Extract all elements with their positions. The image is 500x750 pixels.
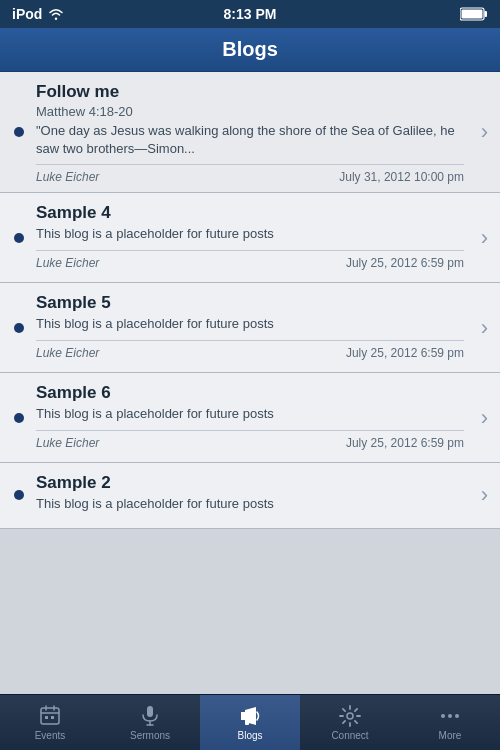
microphone-icon — [138, 704, 162, 728]
svg-marker-13 — [241, 712, 245, 720]
gear-icon — [338, 704, 362, 728]
svg-rect-10 — [147, 706, 153, 717]
tab-connect-label: Connect — [331, 730, 368, 741]
page-title: Blogs — [222, 38, 278, 61]
tab-sermons[interactable]: Sermons — [100, 695, 200, 750]
tab-blogs-label: Blogs — [237, 730, 262, 741]
blog-scripture: Matthew 4:18-20 — [36, 104, 464, 119]
tab-events[interactable]: Events — [0, 695, 100, 750]
carrier-label: iPod — [12, 6, 42, 22]
svg-rect-8 — [45, 716, 48, 719]
wifi-icon — [48, 8, 64, 20]
tab-events-label: Events — [35, 730, 66, 741]
svg-point-16 — [347, 713, 353, 719]
status-time: 8:13 PM — [224, 6, 277, 22]
tab-blogs[interactable]: Blogs — [200, 695, 300, 750]
tab-sermons-label: Sermons — [130, 730, 170, 741]
tab-more-label: More — [439, 730, 462, 741]
status-bar: iPod 8:13 PM — [0, 0, 500, 28]
page-header: Blogs — [0, 28, 500, 72]
blog-list: ✦ Follow me Matthew 4:18-20 "One day as … — [0, 72, 500, 694]
blog-author: Luke Eicher — [36, 346, 99, 360]
blog-meta: Luke Eicher July 25, 2012 6:59 pm — [36, 430, 464, 450]
blog-item[interactable]: Follow me Matthew 4:18-20 "One day as Je… — [0, 72, 500, 193]
svg-rect-15 — [245, 720, 249, 725]
svg-rect-9 — [51, 716, 54, 719]
blog-item[interactable]: Sample 4 This blog is a placeholder for … — [0, 193, 500, 283]
blog-excerpt: This blog is a placeholder for future po… — [36, 405, 464, 423]
svg-point-17 — [441, 714, 445, 718]
blog-item[interactable]: Sample 6 This blog is a placeholder for … — [0, 373, 500, 463]
blog-excerpt: "One day as Jesus was walking along the … — [36, 122, 464, 158]
blog-title: Sample 5 — [36, 293, 464, 313]
svg-point-18 — [448, 714, 452, 718]
tab-bar: Events Sermons Blogs Connect — [0, 694, 500, 750]
blog-item[interactable]: Sample 5 This blog is a placeholder for … — [0, 283, 500, 373]
blog-date: July 25, 2012 6:59 pm — [346, 436, 464, 450]
svg-rect-1 — [485, 11, 488, 17]
calendar-icon — [38, 704, 62, 728]
blog-title: Sample 2 — [36, 473, 464, 493]
blog-meta: Luke Eicher July 31, 2012 10:00 pm — [36, 164, 464, 184]
megaphone-icon — [238, 704, 262, 728]
blog-date: July 25, 2012 6:59 pm — [346, 256, 464, 270]
blog-title: Sample 4 — [36, 203, 464, 223]
battery-icon — [460, 7, 488, 21]
blog-author: Luke Eicher — [36, 170, 99, 184]
svg-rect-4 — [41, 708, 59, 724]
blog-title: Sample 6 — [36, 383, 464, 403]
blog-author: Luke Eicher — [36, 436, 99, 450]
blog-item[interactable]: Sample 2 This blog is a placeholder for … — [0, 463, 500, 528]
status-right — [460, 7, 488, 21]
tab-connect[interactable]: Connect — [300, 695, 400, 750]
blog-author: Luke Eicher — [36, 256, 99, 270]
tab-more[interactable]: More — [400, 695, 500, 750]
dots-icon — [438, 704, 462, 728]
blog-excerpt: This blog is a placeholder for future po… — [36, 225, 464, 243]
svg-point-19 — [455, 714, 459, 718]
svg-rect-2 — [462, 10, 483, 19]
blog-date: July 31, 2012 10:00 pm — [339, 170, 464, 184]
blog-meta: Luke Eicher July 25, 2012 6:59 pm — [36, 250, 464, 270]
blog-excerpt: This blog is a placeholder for future po… — [36, 495, 464, 513]
status-left: iPod — [12, 6, 64, 22]
blog-meta: Luke Eicher July 25, 2012 6:59 pm — [36, 340, 464, 360]
blog-title: Follow me — [36, 82, 464, 102]
blog-date: July 25, 2012 6:59 pm — [346, 346, 464, 360]
blog-excerpt: This blog is a placeholder for future po… — [36, 315, 464, 333]
